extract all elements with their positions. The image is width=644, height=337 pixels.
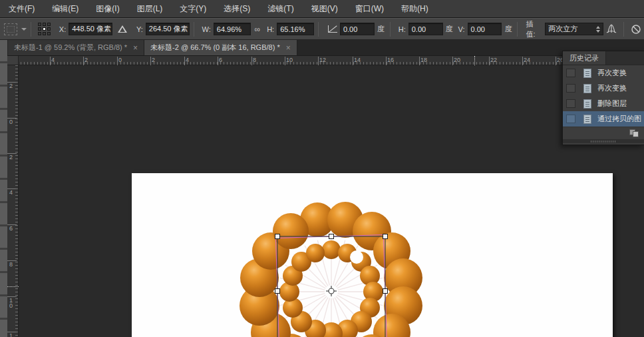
ruler-major-tick (452, 57, 453, 65)
history-state-icon (583, 115, 591, 124)
interpolation-label: 插值: (526, 19, 542, 39)
menu-item[interactable]: 视图(V) (303, 0, 347, 18)
x-input[interactable]: 448.50 像素 (69, 23, 112, 35)
history-item[interactable]: 再次变换 (563, 65, 644, 81)
history-item-label: 再次变换 (597, 68, 627, 78)
ruler-cursor-indicator (7, 286, 19, 287)
history-item[interactable]: 再次变换 (563, 81, 644, 96)
ruler-number: 2 (152, 57, 155, 63)
ruler-major-tick (386, 57, 387, 65)
horizontal-ruler[interactable]: 4202468101214161820222426 (7, 56, 644, 65)
separator (517, 22, 518, 37)
rotate-angle-icon (328, 25, 337, 33)
transform-handle[interactable] (275, 289, 280, 294)
relative-positioning-icon[interactable] (118, 25, 127, 33)
cancel-transform-button[interactable] (628, 22, 644, 37)
document-tab[interactable]: 未标题-1 @ 59.2% (背景, RGB/8) *× (8, 40, 144, 55)
history-snapshot-checkbox[interactable] (566, 84, 575, 93)
tool-preset-dropdown-arrow[interactable] (21, 28, 27, 31)
history-snapshot-checkbox[interactable] (566, 115, 575, 123)
tab-close-icon[interactable]: × (133, 43, 138, 53)
menu-item[interactable]: 图像(I) (87, 0, 128, 18)
transform-handle[interactable] (383, 234, 388, 239)
y-label: Y: (136, 25, 143, 33)
ruler-number: 0 (9, 119, 14, 125)
ruler-number: 12 (9, 333, 14, 337)
history-item[interactable]: 删除图层 (563, 96, 644, 111)
history-state-icon (583, 84, 591, 93)
history-item-label: 通过拷贝的图 (597, 114, 641, 124)
maintain-aspect-ratio-icon[interactable]: ∞ (255, 25, 259, 34)
ruler-major-tick (556, 57, 556, 65)
history-item-label: 删除图层 (597, 99, 627, 109)
vertical-ruler[interactable]: 2024681012 (7, 65, 19, 337)
history-panel-header: 历史记录 (563, 51, 644, 65)
new-document-from-state-icon[interactable] (629, 129, 639, 137)
ruler-number: 10 (286, 57, 293, 63)
ruler-number: 24 (524, 57, 530, 63)
history-item[interactable]: 通过拷贝的图 (563, 111, 644, 127)
document-tab-label: 未标题-1 @ 59.2% (背景, RGB/8) * (14, 43, 127, 53)
history-snapshot-checkbox[interactable] (566, 69, 575, 77)
ruler-number: 18 (420, 57, 427, 63)
rotate-unit: 度 (377, 24, 385, 34)
transform-handle[interactable] (329, 234, 334, 239)
history-state-icon (583, 99, 591, 109)
ruler-number: 16 (387, 57, 394, 63)
reference-point-locator-icon[interactable] (38, 23, 53, 36)
ruler-number: 0 (118, 57, 122, 63)
panel-resize-grip[interactable] (563, 139, 644, 143)
ruler-major-tick (7, 82, 17, 83)
separator (194, 22, 194, 37)
ruler-number: 14 (354, 57, 361, 63)
menu-item[interactable]: 窗口(W) (347, 0, 393, 18)
document-tab-bar: 未标题-1 @ 59.2% (背景, RGB/8) *×未标题-2 @ 66.7… (0, 40, 644, 56)
document-canvas[interactable] (132, 173, 613, 337)
ruler-corner (7, 56, 19, 65)
menu-bar: 文件(F)编辑(E)图像(I)图层(L)文字(Y)选择(S)滤镜(T)视图(V)… (0, 0, 644, 18)
history-panel-tab[interactable]: 历史记录 (563, 51, 606, 65)
height-input[interactable]: 65.16% (277, 23, 314, 35)
x-label: X: (59, 25, 66, 33)
history-snapshot-checkbox[interactable] (566, 99, 575, 108)
menu-item[interactable]: 滤镜(T) (259, 0, 302, 18)
pasteboard (19, 65, 644, 337)
ruler-number: 8 (253, 57, 256, 63)
history-panel-footer (563, 127, 644, 139)
width-input[interactable]: 64.96% (214, 23, 251, 35)
menu-item[interactable]: 选择(S) (215, 0, 259, 18)
ruler-major-tick (150, 57, 151, 65)
ruler-major-tick (117, 57, 118, 65)
ruler-number: 4 (9, 190, 14, 195)
interpolation-select[interactable]: 两次立方 (545, 23, 603, 35)
ruler-number: 12 (319, 57, 326, 63)
sphere-artwork (132, 173, 613, 337)
separator (623, 22, 624, 37)
document-tab-active[interactable]: 未标题-2 @ 66.7% (0 副本 16, RGB/8) *× (144, 40, 297, 55)
separator (318, 22, 319, 37)
interpolation-value: 两次立方 (548, 24, 577, 34)
v-skew-input[interactable]: 0.00 (468, 23, 502, 35)
rotate-input[interactable]: 0.00 (340, 23, 375, 35)
ruler-number: 4 (51, 57, 55, 63)
tool-preset-icon[interactable] (4, 23, 17, 35)
tab-close-icon[interactable]: × (286, 43, 291, 53)
menu-item[interactable]: 文字(Y) (171, 0, 215, 18)
transform-handle[interactable] (383, 289, 388, 294)
ruler-major-tick (218, 57, 218, 65)
menu-item[interactable]: 文件(F) (0, 0, 43, 18)
menu-item[interactable]: 编辑(E) (43, 0, 87, 18)
warp-mode-button[interactable] (603, 22, 619, 37)
menu-item[interactable]: 帮助(H) (393, 0, 437, 18)
ruler-number: 2 (9, 83, 14, 89)
ruler-number: 4 (186, 57, 189, 63)
width-label: W: (202, 25, 211, 33)
menu-item[interactable]: 图层(L) (128, 0, 172, 18)
h-skew-input[interactable]: 0.00 (408, 23, 443, 35)
document-tab-label: 未标题-2 @ 66.7% (0 副本 16, RGB/8) * (150, 43, 280, 53)
history-state-icon (583, 69, 591, 78)
y-input[interactable]: 264.50 像素 (146, 23, 190, 35)
ruler-major-tick (7, 224, 17, 225)
transform-handle[interactable] (275, 234, 280, 239)
v-skew-label: V: (458, 25, 465, 33)
